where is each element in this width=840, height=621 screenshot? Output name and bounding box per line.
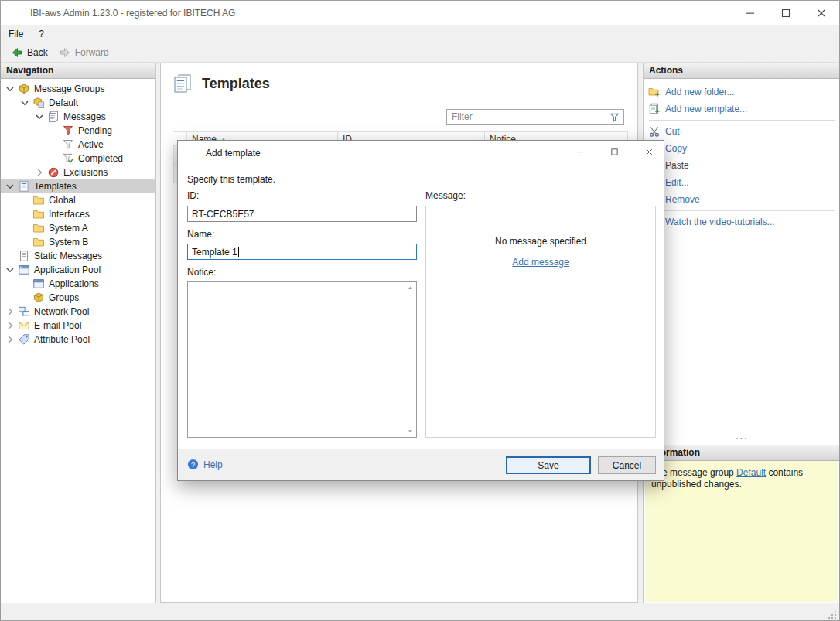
actions-separator [649, 210, 835, 211]
save-button[interactable]: Save [506, 456, 591, 474]
action-add-new-folder[interactable]: Add new folder... [644, 84, 840, 101]
minimize-button[interactable] [732, 1, 768, 25]
tree-item-pending[interactable]: Pending [1, 124, 155, 138]
app-window: IBI-aws Admin 1.23.0 - registered for IB… [0, 0, 840, 621]
window-controls [732, 1, 839, 25]
maximize-button[interactable] [768, 1, 804, 25]
back-icon [11, 46, 23, 59]
content-title: Templates [172, 73, 270, 94]
template-icon [18, 180, 30, 193]
name-label: Name: [187, 229, 214, 240]
tree-item-default[interactable]: Default [1, 96, 155, 110]
scroll-down-icon[interactable] [405, 427, 415, 435]
attribute-pool-icon [18, 333, 30, 346]
tree-item-messages[interactable]: Messages [1, 110, 155, 124]
tree-item-static-messages[interactable]: Static Messages [1, 249, 155, 263]
chevron-open-icon[interactable] [19, 97, 31, 109]
tree-item-interfaces[interactable]: Interfaces [1, 207, 155, 221]
close-button[interactable] [804, 1, 839, 25]
menu-item-file[interactable]: File [1, 25, 31, 43]
tree-item-system-a[interactable]: System A [1, 221, 155, 235]
tree-item-application-pool[interactable]: Application Pool [1, 263, 155, 277]
tree-item-attribute-pool[interactable]: Attribute Pool [1, 333, 155, 346]
folder-icon [32, 236, 45, 248]
tree-item-label: Attribute Pool [34, 334, 90, 345]
cancel-button[interactable]: Cancel [598, 456, 656, 474]
id-field[interactable]: RT-CECB5E57 [187, 206, 417, 222]
action-label: Remove [665, 194, 700, 205]
chevron-open-icon[interactable] [4, 264, 16, 276]
add-message-link[interactable]: Add message [512, 257, 569, 268]
information-header: Information [644, 445, 840, 461]
tree-item-groups[interactable]: Groups [1, 291, 155, 305]
tree-item-label: Templates [34, 181, 77, 192]
back-label: Back [27, 47, 48, 58]
actions-overflow: ... [644, 431, 840, 442]
action-copy[interactable]: Copy [644, 140, 840, 157]
close-icon [644, 147, 657, 159]
tree-item-exclusions[interactable]: Exclusions [1, 165, 155, 179]
add-template-dialog-icon [186, 147, 199, 159]
action-label: Watch the video-tutorials... [665, 217, 775, 227]
twisty-spacer [19, 194, 31, 206]
name-field[interactable]: Template 1 [187, 244, 417, 260]
tree-item-label: Messages [63, 111, 106, 122]
chevron-closed-icon[interactable] [4, 333, 16, 346]
tree-item-label: Static Messages [34, 251, 102, 261]
tree-item-global[interactable]: Global [1, 193, 155, 207]
action-edit[interactable]: Edit... [644, 174, 840, 191]
id-value: RT-CECB5E57 [192, 209, 254, 220]
tree-item-label: Message Groups [34, 84, 104, 94]
action-remove[interactable]: Remove [644, 191, 840, 208]
forward-button[interactable]: Forward [53, 45, 114, 60]
twisty-spacer [19, 222, 31, 234]
tree-item-label: Application Pool [34, 264, 101, 275]
twisty-spacer [48, 125, 60, 137]
twisty-spacer [48, 152, 60, 165]
chevron-closed-icon[interactable] [4, 305, 16, 318]
notice-field[interactable] [187, 281, 417, 438]
email-pool-icon [18, 319, 30, 332]
forward-icon [59, 46, 71, 59]
scroll-up-icon[interactable] [405, 284, 415, 292]
actions-list: Add new folder...Add new template...CutC… [644, 79, 840, 230]
action-label: Add new template... [665, 104, 747, 114]
help-button[interactable]: ? Help [187, 459, 223, 470]
chevron-closed-icon[interactable] [33, 166, 46, 179]
dialog-close-button[interactable] [629, 141, 664, 165]
chevron-open-icon[interactable] [4, 83, 16, 95]
action-paste[interactable]: Paste [644, 157, 840, 174]
action-label: Copy [665, 143, 687, 154]
help-label: Help [203, 459, 223, 470]
groups-icon [32, 292, 45, 304]
resize-grip-icon[interactable] [828, 610, 837, 619]
tree-item-network-pool[interactable]: Network Pool [1, 305, 155, 319]
tree-item-templates[interactable]: Templates [1, 179, 155, 193]
page-title: Templates [202, 76, 270, 92]
action-watch-the-video-tutorials[interactable]: Watch the video-tutorials... [644, 213, 840, 230]
tree-item-active[interactable]: Active [1, 138, 155, 152]
dialog-minimize-button[interactable] [559, 141, 594, 165]
default-group-link[interactable]: Default [736, 467, 766, 478]
action-cut[interactable]: Cut [644, 123, 840, 140]
twisty-spacer [19, 236, 31, 248]
tree-item-message-groups[interactable]: Message Groups [1, 82, 155, 96]
static-messages-icon [18, 250, 30, 262]
menu-item-help[interactable]: ? [31, 25, 52, 43]
chevron-open-icon[interactable] [4, 180, 16, 193]
back-button[interactable]: Back [5, 45, 53, 60]
chevron-open-icon[interactable] [33, 111, 46, 123]
tree-item-applications[interactable]: Applications [1, 277, 155, 291]
message-label: Message: [425, 190, 466, 201]
action-label: Paste [665, 160, 689, 171]
navigation-tree: Message GroupsDefaultMessagesPendingActi… [1, 79, 155, 346]
tree-item-system-b[interactable]: System B [1, 235, 155, 249]
tree-item-completed[interactable]: Completed [1, 152, 155, 165]
action-add-new-template[interactable]: Add new template... [644, 101, 840, 118]
tree-item-e-mail-pool[interactable]: E-mail Pool [1, 319, 155, 333]
dialog-maximize-button[interactable] [594, 141, 629, 165]
chevron-closed-icon[interactable] [4, 319, 16, 332]
filter-input[interactable] [447, 111, 609, 122]
tree-item-label: Interfaces [49, 209, 90, 220]
tree-item-label: Pending [78, 125, 112, 136]
